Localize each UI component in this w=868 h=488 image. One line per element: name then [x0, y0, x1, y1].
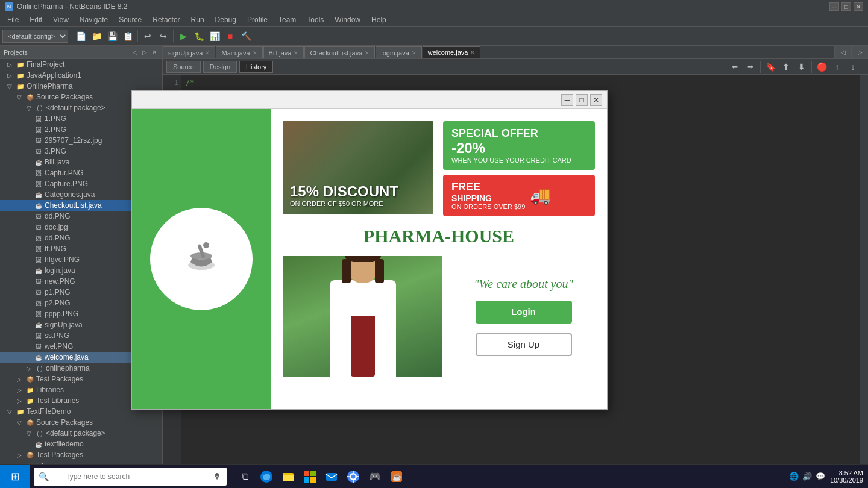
undo-btn[interactable]: ↩	[140, 29, 155, 43]
maximize-btn[interactable]: □	[841, 2, 851, 11]
projects-close-btn[interactable]: ✕	[150, 48, 159, 57]
editor-fwd-btn[interactable]: ➡	[743, 60, 758, 74]
tree-item-tf-testpkg[interactable]: ▷📦Test Packages	[0, 449, 162, 460]
start-button[interactable]: ⊞	[0, 465, 30, 489]
tab-checkoutlist-close[interactable]: ✕	[365, 50, 370, 56]
special-offer-value: -20%	[451, 140, 571, 157]
tab-bill[interactable]: Bill.java ✕	[263, 46, 304, 58]
tree-item-tf-defpkg[interactable]: ▽( )<default package>	[0, 428, 162, 439]
pharmacy-banner: 15% DISCOUNT ON ORDER OF $50 OR MORE	[283, 121, 433, 214]
tab-signup-close[interactable]: ✕	[205, 50, 210, 56]
line-num-1: 1	[163, 77, 178, 88]
new-file-btn[interactable]: 📄	[74, 29, 88, 43]
config-select[interactable]: <default config>	[2, 30, 68, 43]
swing-maximize-btn[interactable]: □	[576, 94, 588, 106]
menu-team[interactable]: Team	[274, 14, 301, 25]
tabs-scroll-left[interactable]: ◁	[834, 46, 851, 58]
prev-bookmark-btn[interactable]: ⬆	[779, 60, 793, 74]
swing-right-buttons: "We care about you" Login Sign Up	[452, 277, 595, 356]
editor-history-tab[interactable]: History	[239, 61, 273, 73]
mail-icon[interactable]	[322, 465, 341, 489]
editor-sep3	[863, 61, 863, 73]
menu-profile[interactable]: Profile	[242, 14, 272, 25]
menu-debug[interactable]: Debug	[210, 14, 241, 25]
editor-back-btn[interactable]: ⬅	[728, 60, 742, 74]
search-box[interactable]: 🔍 🎙	[34, 468, 227, 486]
redo-btn[interactable]: ↪	[156, 29, 171, 43]
editor-design-tab[interactable]: Design	[203, 61, 237, 73]
edge-icon[interactable]	[257, 465, 276, 489]
toggle-bookmark-btn[interactable]: 🔖	[763, 60, 778, 74]
run-project-btn[interactable]: ▶	[176, 29, 190, 43]
menu-file[interactable]: File	[2, 14, 24, 25]
tree-item-finalproject[interactable]: ▷📁FinalProject	[0, 59, 162, 70]
stop-btn[interactable]: ■	[223, 29, 237, 43]
menu-run[interactable]: Run	[186, 14, 209, 25]
swing-minimize-btn[interactable]: ─	[561, 94, 573, 106]
tab-login-close[interactable]: ✕	[412, 50, 417, 56]
login-button[interactable]: Login	[476, 301, 572, 324]
tree-item-textfiledemo-java[interactable]: ☕textfiledemo	[0, 439, 162, 449]
svg-rect-8	[304, 471, 309, 476]
menu-tools[interactable]: Tools	[302, 14, 329, 25]
editor-source-tab[interactable]: Source	[166, 61, 201, 73]
explorer-icon[interactable]	[278, 465, 298, 489]
tab-main-close[interactable]: ✕	[253, 50, 257, 56]
toggle-break-btn[interactable]: 🔴	[814, 60, 829, 74]
taskview-btn[interactable]: ⧉	[235, 465, 254, 489]
tree-item-javaapp[interactable]: ▷📁JavaApplication1	[0, 70, 162, 81]
swing-left-panel	[132, 109, 271, 409]
projects-maximize-btn[interactable]: ▷	[140, 48, 149, 57]
tab-checkoutlist[interactable]: CheckoutList.java ✕	[304, 46, 375, 58]
swing-titlebar: ─ □ ✕	[132, 91, 607, 109]
clock: 8:52 AM 10/30/2019	[830, 469, 863, 484]
swing-close-btn[interactable]: ✕	[590, 94, 602, 106]
menu-window[interactable]: Window	[330, 14, 365, 25]
menu-help[interactable]: Help	[366, 14, 391, 25]
tab-welcome[interactable]: welcome.java ✕	[423, 46, 481, 58]
special-offer-text: SPECIAL OFFER -20% WHEN YOU USE YOUR CRE…	[451, 127, 571, 164]
open-btn[interactable]: 📁	[89, 29, 104, 43]
prev-break-btn[interactable]: ↑	[830, 60, 844, 74]
minimize-btn[interactable]: ─	[829, 2, 839, 11]
window-controls: ─ □ ✕	[829, 2, 863, 11]
tab-main[interactable]: Main.java ✕	[216, 46, 262, 58]
steam-icon[interactable]: 🎮	[365, 465, 385, 489]
tab-bill-label: Bill.java	[269, 49, 292, 57]
tab-signup[interactable]: signUp.java ✕	[163, 46, 215, 58]
swing-right-panel: 15% DISCOUNT ON ORDER OF $50 OR MORE SPE…	[271, 109, 607, 409]
svg-rect-11	[310, 477, 316, 483]
tab-bill-close[interactable]: ✕	[294, 50, 298, 56]
java-nb-icon[interactable]: ☕	[387, 465, 406, 489]
next-break-btn[interactable]: ↓	[846, 60, 860, 74]
tree-item-tf-srcpkg[interactable]: ▽📦Source Packages	[0, 417, 162, 428]
save-btn[interactable]: 💾	[105, 29, 119, 43]
menu-refactor[interactable]: Refactor	[148, 14, 184, 25]
action-center-icon[interactable]: 💬	[816, 472, 825, 481]
projects-minimize-btn[interactable]: ◁	[131, 48, 139, 57]
svg-point-3	[203, 242, 209, 248]
mic-icon[interactable]: 🎙	[209, 472, 227, 481]
tab-login[interactable]: login.java ✕	[376, 46, 421, 58]
next-bookmark-btn[interactable]: ⬇	[794, 60, 809, 74]
store-icon[interactable]	[300, 465, 319, 489]
menu-edit[interactable]: Edit	[25, 14, 47, 25]
debug-project-btn[interactable]: 🐛	[192, 29, 206, 43]
projects-title: Projects	[4, 49, 28, 56]
close-btn[interactable]: ✕	[854, 2, 863, 11]
profile-project-btn[interactable]: 📊	[207, 29, 222, 43]
menu-source[interactable]: Source	[114, 14, 146, 25]
search-input[interactable]	[58, 468, 204, 486]
free-shipping-promo: FREE SHIPPING ON ORDERS OVER $99 🚚	[443, 175, 595, 216]
sys-icons: 🌐 🔊 💬	[789, 472, 825, 481]
editor-sep2	[811, 61, 812, 73]
menu-view[interactable]: View	[48, 14, 74, 25]
menu-navigate[interactable]: Navigate	[75, 14, 113, 25]
tab-welcome-close[interactable]: ✕	[470, 49, 475, 55]
chrome-icon[interactable]	[344, 465, 363, 489]
volume-icon: 🔊	[802, 472, 812, 481]
signup-button[interactable]: Sign Up	[476, 333, 572, 356]
clean-build-btn[interactable]: 🔨	[239, 29, 253, 43]
save-all-btn[interactable]: 📋	[121, 29, 135, 43]
tabs-scroll-right[interactable]: ▷	[851, 46, 868, 58]
